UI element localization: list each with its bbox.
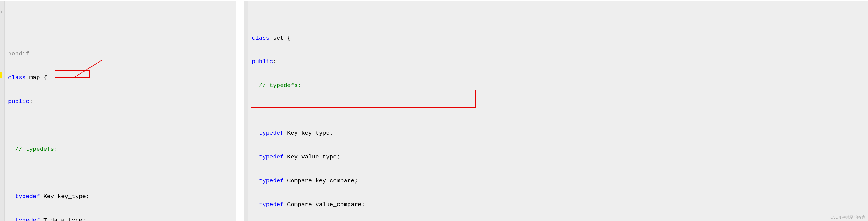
- keyword-typedef: typedef: [259, 153, 284, 160]
- code-line: typedef Compare value_compare;: [246, 201, 864, 209]
- text: T data_type;: [40, 217, 86, 221]
- code-line: class map {: [2, 74, 232, 82]
- text: Compare value_compare;: [284, 201, 365, 208]
- highlight-box-right: [251, 90, 476, 108]
- code-line: #endif: [2, 50, 232, 58]
- preproc: #endif: [8, 50, 29, 57]
- blank-line: [2, 122, 232, 130]
- blank-line: [2, 169, 232, 177]
- keyword-public: public: [8, 98, 29, 105]
- text: Key key_type;: [40, 193, 90, 200]
- fold-glyph[interactable]: ⊟: [0, 10, 4, 15]
- colon: :: [29, 98, 33, 105]
- text: set {: [270, 35, 290, 41]
- keyword-typedef: typedef: [259, 177, 284, 184]
- text: Key key_type;: [284, 130, 333, 137]
- split-view: ⊟ #endif class map { public: // typedefs…: [0, 0, 868, 221]
- code-line: typedef Key value_type;: [246, 153, 864, 161]
- code-line: typedef Compare key_compare;: [246, 177, 864, 185]
- colon: :: [273, 58, 276, 65]
- code-line: typedef Key key_type;: [246, 130, 864, 138]
- keyword-class: class: [8, 74, 26, 81]
- keyword-class: class: [252, 35, 270, 41]
- watermark: CSDN @就要 宅在家: [831, 215, 866, 220]
- left-gutter: [0, 1, 5, 221]
- text: Key value_type;: [284, 153, 340, 160]
- keyword-typedef: typedef: [15, 217, 40, 221]
- code-line: typedef Key key_type;: [2, 193, 232, 201]
- comment: // typedefs:: [259, 82, 302, 89]
- code-line: public:: [2, 98, 232, 106]
- right-code-pane: class set { public: // typedefs: typedef…: [244, 1, 868, 221]
- comment: // typedefs:: [15, 146, 58, 153]
- code-line: // typedefs:: [2, 145, 232, 153]
- keyword-typedef: typedef: [259, 201, 284, 208]
- keyword-public: public: [252, 58, 273, 65]
- keyword-typedef: typedef: [259, 130, 284, 137]
- code-line: typedef T data_type;: [2, 217, 232, 221]
- right-gutter: [244, 1, 248, 221]
- text: map {: [26, 74, 47, 81]
- left-code-pane: ⊟ #endif class map { public: // typedefs…: [0, 1, 236, 221]
- text: Compare key_compare;: [284, 177, 358, 184]
- blank-line: [246, 106, 864, 114]
- code-line: public:: [246, 58, 864, 66]
- code-line: // typedefs:: [246, 82, 864, 90]
- code-line: class set {: [246, 34, 864, 42]
- keyword-typedef: typedef: [15, 193, 40, 200]
- change-marker: [0, 72, 2, 78]
